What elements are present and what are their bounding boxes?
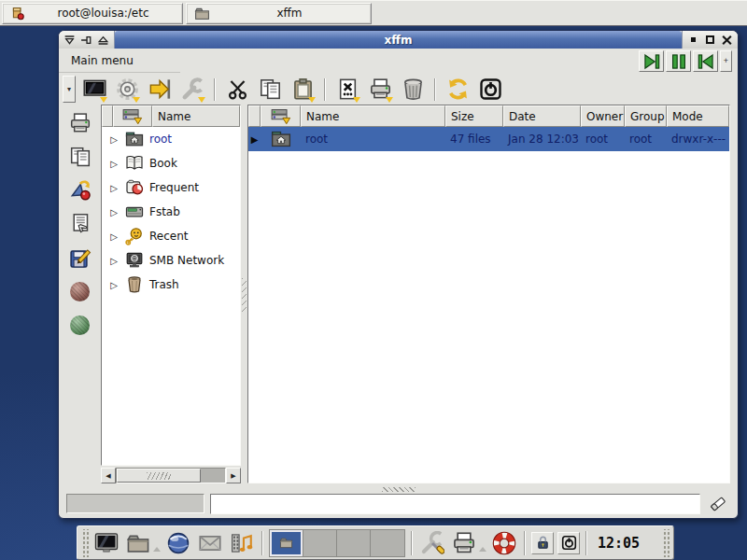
close-button[interactable] bbox=[719, 33, 735, 47]
paste-button[interactable] bbox=[289, 76, 317, 104]
workspace-2[interactable] bbox=[303, 530, 337, 556]
settings-tools-launcher[interactable] bbox=[418, 529, 446, 557]
expander-icon[interactable]: ▷ bbox=[108, 231, 120, 242]
red-sphere-button[interactable] bbox=[64, 278, 96, 304]
task-button-terminal[interactable]: root@louisa:/etc bbox=[2, 3, 183, 24]
file-row-root[interactable]: ▶ root 47 files Jan 28 12:03 root root d… bbox=[248, 127, 729, 151]
web-browser-launcher[interactable] bbox=[164, 529, 192, 557]
tree-item-trash[interactable]: ▷ Trash bbox=[102, 273, 240, 297]
list-header-mini[interactable] bbox=[248, 105, 261, 127]
scrollbar-track[interactable] bbox=[116, 468, 226, 483]
go-previous-button[interactable] bbox=[693, 50, 718, 72]
file-manager-launcher[interactable] bbox=[124, 529, 152, 557]
pause-button[interactable] bbox=[666, 50, 691, 72]
expander-icon[interactable]: ▷ bbox=[108, 256, 120, 266]
scroll-right-button[interactable]: ▶ bbox=[226, 468, 241, 483]
scrollbar-thumb[interactable] bbox=[117, 469, 201, 483]
maximize-button[interactable] bbox=[702, 33, 718, 47]
scroll-left-button[interactable]: ◀ bbox=[101, 468, 116, 483]
go-next-button[interactable] bbox=[639, 50, 664, 72]
expander-icon[interactable]: ▷ bbox=[108, 183, 120, 193]
duplicate-button[interactable] bbox=[64, 144, 96, 170]
panel-handle-right[interactable] bbox=[662, 529, 669, 557]
popup-arrow-icon[interactable] bbox=[479, 547, 486, 552]
fstab-icon bbox=[125, 203, 144, 221]
main-menu[interactable]: Main menu bbox=[59, 50, 180, 73]
toolbar-handle[interactable]: ▾ bbox=[63, 76, 76, 103]
horizontal-splitter[interactable] bbox=[59, 485, 738, 493]
expander-icon[interactable]: ▷ bbox=[108, 159, 120, 169]
tree-item-fstab[interactable]: ▷ Fstab bbox=[102, 200, 240, 224]
expander-icon[interactable]: ▷ bbox=[108, 207, 120, 217]
cut-button[interactable] bbox=[223, 76, 251, 104]
open-with-button[interactable] bbox=[64, 211, 96, 237]
panel-clock: 12:05 bbox=[593, 535, 644, 552]
lock-screen-button[interactable] bbox=[531, 532, 554, 554]
print-button[interactable] bbox=[64, 110, 96, 136]
workspace-3[interactable] bbox=[337, 530, 371, 556]
tree-item-smb-network[interactable]: ▷ SMB Network bbox=[102, 248, 240, 273]
column-header-group[interactable]: Group bbox=[625, 105, 667, 127]
green-sphere-button[interactable] bbox=[64, 312, 96, 338]
desktop: root@louisa:/etc xffm xffm bbox=[0, 0, 747, 560]
quit-session-button[interactable] bbox=[557, 532, 580, 554]
differ-button[interactable] bbox=[333, 76, 361, 104]
clear-button[interactable] bbox=[706, 493, 730, 515]
grip-icon bbox=[147, 472, 171, 480]
help-launcher[interactable] bbox=[490, 529, 518, 557]
task-button-xffm[interactable]: xffm bbox=[186, 3, 372, 24]
tree-item-label: Fstab bbox=[149, 205, 180, 218]
popup-arrow-icon[interactable] bbox=[153, 547, 161, 552]
list-header-icon-cell[interactable] bbox=[261, 105, 301, 127]
trash-button[interactable] bbox=[399, 76, 427, 104]
hide-button[interactable] bbox=[685, 33, 701, 47]
workspace-1[interactable] bbox=[270, 530, 303, 556]
popup-arrow-icon bbox=[386, 97, 393, 103]
main-menu-label: Main menu bbox=[71, 54, 134, 67]
column-header-name[interactable]: Name bbox=[301, 105, 445, 127]
tree-header-name[interactable]: Name bbox=[152, 105, 240, 127]
shade-icon[interactable] bbox=[95, 33, 111, 47]
run-button[interactable] bbox=[64, 177, 96, 203]
print-button[interactable] bbox=[366, 76, 394, 104]
column-header-size[interactable]: Size bbox=[445, 105, 503, 127]
column-header-mode[interactable]: Mode bbox=[667, 105, 729, 127]
new-window-button[interactable] bbox=[80, 76, 108, 104]
multimedia-launcher[interactable] bbox=[228, 529, 256, 557]
tree-header-icon-cell[interactable] bbox=[113, 105, 152, 127]
command-input[interactable] bbox=[210, 494, 700, 514]
window-menu-icon[interactable] bbox=[62, 33, 78, 47]
titlebar[interactable]: xffm bbox=[59, 31, 738, 49]
titlebar-drag-area[interactable]: xffm bbox=[115, 31, 682, 49]
expander-icon[interactable]: ▷ bbox=[108, 280, 120, 290]
progress-area bbox=[66, 494, 204, 513]
tree-item-root[interactable]: ▷ root bbox=[102, 127, 240, 151]
vertical-splitter[interactable] bbox=[241, 105, 247, 485]
copy-button[interactable] bbox=[256, 76, 284, 104]
settings-button[interactable] bbox=[113, 76, 141, 104]
quit-button[interactable] bbox=[476, 76, 504, 104]
taskbar: root@louisa:/etc xffm bbox=[0, 0, 747, 26]
column-header-owner[interactable]: Owner bbox=[581, 105, 625, 127]
goto-button[interactable] bbox=[146, 76, 174, 104]
panel-separator bbox=[261, 531, 263, 555]
panel-separator bbox=[411, 531, 413, 555]
tree-header-mini[interactable] bbox=[102, 105, 113, 127]
stick-icon[interactable] bbox=[78, 33, 94, 47]
expander-icon[interactable]: ▷ bbox=[108, 134, 120, 145]
tools-button[interactable] bbox=[178, 76, 206, 104]
eraser-icon bbox=[709, 495, 727, 513]
terminal-launcher[interactable] bbox=[92, 529, 120, 557]
column-header-date[interactable]: Date bbox=[503, 105, 581, 127]
tree-item-book[interactable]: ▷ Book bbox=[102, 151, 240, 175]
workspace-4[interactable] bbox=[371, 530, 404, 556]
mail-launcher[interactable] bbox=[196, 529, 224, 557]
tree-item-frequent[interactable]: ▷ Frequent bbox=[102, 175, 240, 200]
print-launcher[interactable] bbox=[450, 529, 478, 557]
tree-item-recent[interactable]: ▷ Recent bbox=[102, 224, 240, 248]
panel-handle-left[interactable] bbox=[81, 529, 89, 557]
expander-icon[interactable]: ▶ bbox=[248, 134, 261, 145]
save-button[interactable] bbox=[64, 245, 96, 271]
refresh-button[interactable] bbox=[444, 76, 472, 104]
nav-more-button[interactable]: + bbox=[720, 50, 732, 72]
